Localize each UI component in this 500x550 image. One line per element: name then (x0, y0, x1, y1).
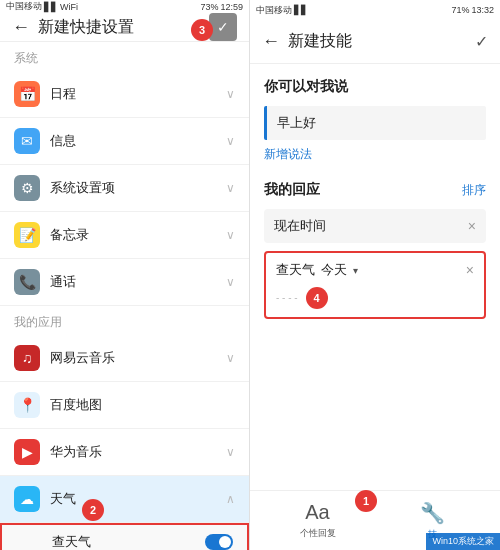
badge-1: 1 (355, 490, 377, 512)
badge-4: 4 (306, 287, 328, 309)
map-icon: 📍 (14, 392, 40, 418)
menu-item-weather[interactable]: ☁ 天气 ∧ (0, 476, 249, 523)
time-response-label: 现在时间 (274, 217, 468, 235)
chevron-icon: ∨ (226, 87, 235, 101)
watermark: Win10系统之家 (426, 533, 500, 550)
calendar-icon: 📅 (14, 81, 40, 107)
chevron-icon: ∨ (226, 228, 235, 242)
carrier-text: 中国移动 (6, 0, 42, 13)
my-apps-section-label: 我的应用 (0, 306, 249, 335)
left-confirm-button[interactable]: ✓ (209, 13, 237, 41)
add-expression-button[interactable]: 新增说法 (264, 146, 486, 163)
right-header: ← 新建技能 ✓ (250, 20, 500, 64)
left-time-area: 73% 12:59 (200, 2, 243, 12)
left-page-title: 新建快捷设置 (38, 17, 209, 38)
left-back-button[interactable]: ← (12, 17, 30, 38)
menu-item-settings[interactable]: ⚙ 系统设置项 ∨ (0, 165, 249, 212)
call-label: 通话 (50, 273, 226, 291)
netease-icon: ♫ (14, 345, 40, 371)
chevron-icon: ∨ (226, 181, 235, 195)
weather-toggle[interactable] (205, 534, 233, 550)
left-panel: 中国移动 ▋▋ WiFi 73% 12:59 ← 新建快捷设置 ✓ 3 系统 📅… (0, 0, 250, 550)
message-label: 信息 (50, 132, 226, 150)
menu-item-message[interactable]: ✉ 信息 ∨ (0, 118, 249, 165)
dropdown-arrow-icon[interactable]: ▾ (353, 265, 358, 276)
settings-label: 系统设置项 (50, 179, 226, 197)
chevron-icon: ∨ (226, 445, 235, 459)
speech-input-display: 早上好 (264, 106, 486, 140)
right-back-button[interactable]: ← (262, 31, 280, 52)
weather-icon: ☁ (14, 486, 40, 512)
menu-item-call[interactable]: 📞 通话 ∨ (0, 259, 249, 306)
battery-icon: 73% (200, 2, 218, 12)
right-time: 13:32 (471, 5, 494, 15)
weather-row: 查天气 今天 ▾ (276, 261, 466, 279)
personal-reply-icon: Aa (305, 501, 329, 524)
right-confirm-button[interactable]: ✓ (475, 32, 488, 51)
chevron-icon: ∨ (226, 351, 235, 365)
message-icon: ✉ (14, 128, 40, 154)
menu-item-memo[interactable]: 📝 备忘录 ∨ (0, 212, 249, 259)
left-header: ← 新建快捷设置 ✓ 3 (0, 13, 249, 42)
skill-icon: 🔧 (420, 501, 445, 525)
settings-icon: ⚙ (14, 175, 40, 201)
right-panel: 中国移动 ▋▋ 71% 13:32 ← 新建技能 ✓ 你可以对我说 早上好 新增… (250, 0, 500, 550)
badge-2: 2 (82, 499, 104, 521)
right-carrier: 中国移动 ▋▋ (256, 4, 308, 17)
my-response-header: 我的回应 排序 (264, 181, 486, 199)
huawei-music-icon: ▶ (14, 439, 40, 465)
time-response-close[interactable]: × (468, 218, 476, 234)
weather-check-label: 查天气 (276, 261, 315, 279)
left-status-bar: 中国移动 ▋▋ WiFi 73% 12:59 (0, 0, 249, 13)
huawei-music-label: 华为音乐 (50, 443, 226, 461)
right-carrier-text: 中国移动 (256, 4, 292, 17)
netease-label: 网易云音乐 (50, 349, 226, 367)
memo-label: 备忘录 (50, 226, 226, 244)
check-weather-label: 查天气 (52, 533, 205, 550)
response-item-weather: 查天气 今天 ▾ × - - - - 4 (264, 251, 486, 319)
weather-label: 天气 (50, 490, 226, 508)
memo-icon: 📝 (14, 222, 40, 248)
sub-item-check-weather[interactable]: 查天气 2 (0, 523, 249, 550)
time-display: 12:59 (220, 2, 243, 12)
right-content: 你可以对我说 早上好 新增说法 我的回应 排序 现在时间 × 查天气 今天 ▾ … (250, 64, 500, 490)
badge-3: 3 (191, 19, 213, 41)
right-battery: 71% (451, 5, 469, 15)
menu-item-schedule[interactable]: 📅 日程 ∨ (0, 71, 249, 118)
right-time-area: 71% 13:32 (451, 5, 494, 15)
right-signal-icon: ▋▋ (294, 5, 308, 15)
schedule-label: 日程 (50, 85, 226, 103)
phone-icon: 📞 (14, 269, 40, 295)
chevron-icon: ∨ (226, 134, 235, 148)
right-status-bar: 中国移动 ▋▋ 71% 13:32 (250, 0, 500, 20)
chevron-up-icon: ∧ (226, 492, 235, 506)
menu-item-baidu-map[interactable]: 📍 百度地图 (0, 382, 249, 429)
right-page-title: 新建技能 (288, 31, 475, 52)
weather-response-close[interactable]: × (466, 262, 474, 278)
menu-item-netease[interactable]: ♫ 网易云音乐 ∨ (0, 335, 249, 382)
my-response-title: 我的回应 (264, 181, 320, 199)
menu-item-huawei-music[interactable]: ▶ 华为音乐 ∨ (0, 429, 249, 476)
system-section-label: 系统 (0, 42, 249, 71)
you-can-say-title: 你可以对我说 (264, 78, 486, 96)
signal-icon: ▋▋ (44, 2, 58, 12)
wifi-icon: WiFi (60, 2, 78, 12)
personal-reply-label: 个性回复 (300, 527, 336, 540)
chevron-icon: ∨ (226, 275, 235, 289)
weather-sub-info: - - - - (276, 290, 298, 303)
response-item-time: 现在时间 × (264, 209, 486, 243)
baidu-map-label: 百度地图 (50, 396, 235, 414)
weather-today-label: 今天 (321, 261, 347, 279)
sort-button[interactable]: 排序 (462, 182, 486, 199)
left-carrier: 中国移动 ▋▋ WiFi (6, 0, 78, 13)
